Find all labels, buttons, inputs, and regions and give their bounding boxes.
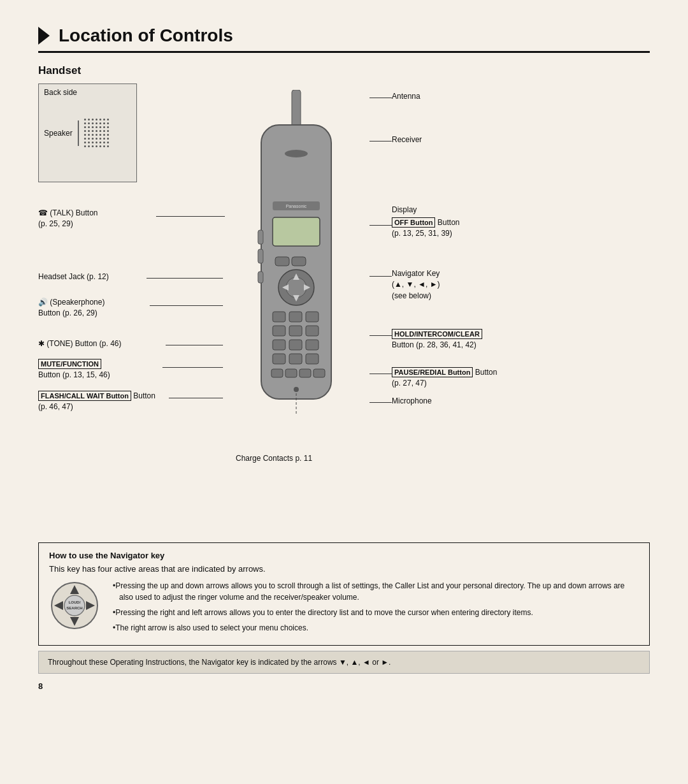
handset-section: Back side Speaker <box>38 83 650 530</box>
svg-rect-26 <box>271 369 283 377</box>
microphone-line <box>369 402 392 403</box>
svg-rect-20 <box>273 340 285 350</box>
sp-line <box>150 305 223 306</box>
footer-note: Throughout these Operating Instructions,… <box>38 651 650 674</box>
phone-svg: Panasonic <box>223 90 369 485</box>
headset-line <box>147 278 223 279</box>
mute-line <box>162 367 223 368</box>
receiver-label: Receiver <box>392 134 422 145</box>
page-title: Location of Controls <box>59 25 233 46</box>
svg-rect-23 <box>273 354 285 364</box>
svg-rect-28 <box>299 369 311 377</box>
receiver-line <box>369 141 392 142</box>
svg-rect-19 <box>306 326 319 336</box>
microphone-label: Microphone <box>392 396 432 407</box>
off-button-label: OFF Button DisplayButton (p. 13, 25, 31,… <box>392 217 460 240</box>
nav-bullet-1: •Pressing the up and down arrows allows … <box>113 580 639 603</box>
nav-bullet-3: •The right arrow is also used to select … <box>113 622 639 634</box>
pause-line <box>369 374 392 374</box>
svg-rect-18 <box>289 326 302 336</box>
headset-jack-label: Headset Jack (p. 12) <box>38 272 109 282</box>
svg-text:SEARCH: SEARCH <box>66 606 82 610</box>
svg-rect-27 <box>285 369 297 377</box>
navigator-subtitle: This key has four active areas that are … <box>49 564 639 574</box>
svg-rect-13 <box>292 257 306 266</box>
hold-intercom-label: HOLD/INTERCOM/CLEAR Button (p. 28, 36, 4… <box>392 329 482 351</box>
svg-rect-32 <box>258 230 263 244</box>
svg-point-2 <box>285 150 308 157</box>
navigator-title: How to use the Navigator key <box>49 551 639 560</box>
nav-key-diagram: LOUD/ SEARCH <box>49 580 100 631</box>
svg-rect-22 <box>306 340 319 350</box>
off-line <box>369 225 392 226</box>
svg-rect-14 <box>273 312 285 322</box>
backside-label: Back side <box>44 88 77 97</box>
antenna-line <box>369 98 392 98</box>
talk-button-label: ☎ (TALK) Button (p. 25, 29) <box>38 208 97 230</box>
section-arrow-icon <box>38 27 50 45</box>
svg-rect-17 <box>273 326 285 336</box>
svg-rect-12 <box>275 257 289 266</box>
nav-line <box>369 276 392 277</box>
svg-rect-15 <box>289 312 302 322</box>
svg-rect-5 <box>273 217 320 246</box>
svg-point-7 <box>286 277 306 298</box>
talk-line <box>156 216 225 217</box>
page-number: 8 <box>38 681 650 691</box>
flash-call-wait-label: FLASH/CALL WAIT Button Button (p. 46, 47… <box>38 391 155 413</box>
svg-rect-29 <box>313 369 325 377</box>
svg-point-30 <box>294 387 299 392</box>
speaker-label: Speaker <box>44 129 73 138</box>
page-title-section: Location of Controls <box>38 25 650 53</box>
navigator-content: LOUD/ SEARCH •Pressing the up and down a… <box>49 580 639 637</box>
display-label: Display <box>392 205 417 215</box>
speaker-grid <box>84 119 110 147</box>
svg-rect-21 <box>289 340 302 350</box>
svg-text:LOUD/: LOUD/ <box>69 600 81 604</box>
speakerphone-label: 🔊 (Speakerphone) Button (p. 26, 29) <box>38 297 104 319</box>
nav-key-svg: LOUD/ SEARCH <box>49 580 100 631</box>
tone-line <box>166 345 223 345</box>
antenna-label: Antenna <box>392 91 420 102</box>
svg-rect-25 <box>306 354 319 364</box>
tone-button-label: ✱ (TONE) Button (p. 46) <box>38 338 122 349</box>
svg-rect-34 <box>258 272 263 283</box>
navigator-box: How to use the Navigator key This key ha… <box>38 542 650 646</box>
navigator-key-label: Navigator Key (▲, ▼, ◄, ►) (see below) <box>392 268 440 301</box>
nav-bullets: •Pressing the up and down arrows allows … <box>113 580 639 637</box>
svg-point-36 <box>64 595 85 616</box>
svg-text:Panasonic: Panasonic <box>286 204 307 208</box>
nav-bullet-2: •Pressing the right and left arrows allo… <box>113 607 639 618</box>
speaker-container: Speaker <box>44 119 131 147</box>
mute-function-label: MUTE/FUNCTION Button (p. 13, 15, 46) <box>38 359 110 381</box>
svg-rect-33 <box>258 249 263 263</box>
pause-redial-label: PAUSE/REDIAL Button Button (p. 27, 47) <box>392 367 497 389</box>
phone-drawing: Panasonic <box>223 90 369 485</box>
svg-rect-24 <box>289 354 302 364</box>
flash-line <box>169 398 223 398</box>
charge-contacts-label: Charge Contacts p. 11 <box>236 453 312 464</box>
backside-box: Back side Speaker <box>38 83 137 182</box>
section-title: Handset <box>38 64 650 77</box>
hold-line <box>369 335 392 336</box>
svg-rect-16 <box>306 312 319 322</box>
